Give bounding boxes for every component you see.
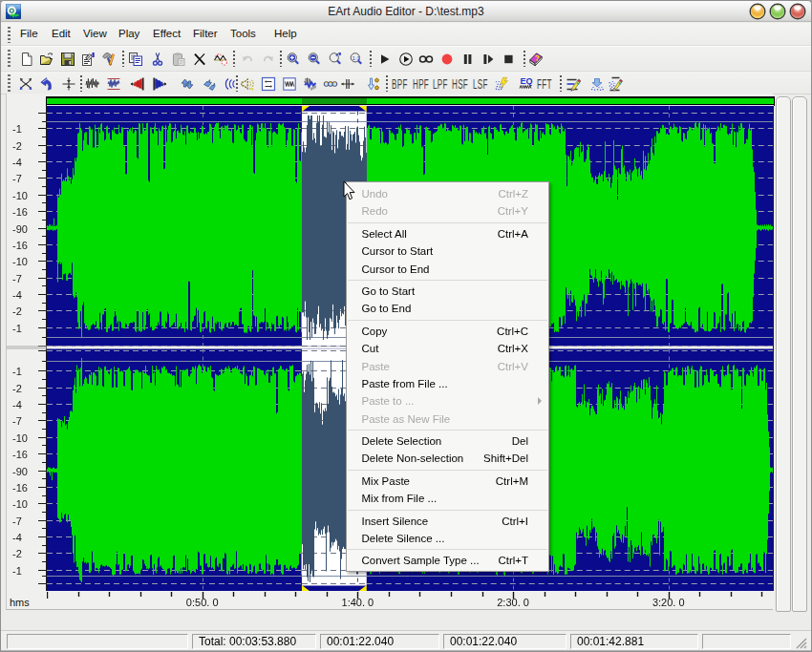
speaker-button[interactable] <box>240 76 255 92</box>
arrow-down-gold-button[interactable] <box>366 76 381 92</box>
zoom-out-button[interactable] <box>307 52 322 67</box>
arrows-diagonal-button[interactable] <box>202 76 217 92</box>
context-menu-item-paste-from-file[interactable]: Paste from File ... <box>347 375 548 392</box>
tools-hammer-icon <box>101 52 117 67</box>
menu-play[interactable]: Play <box>118 28 139 39</box>
fft-filter-button[interactable]: FFT <box>537 75 552 93</box>
box-resample-button[interactable] <box>282 76 297 92</box>
context-menu-item-paste-to[interactable]: Paste to ... <box>347 392 548 410</box>
context-menu-item-insert-silence[interactable]: Insert SilenceCtrl+I <box>347 513 548 530</box>
toolbar1-grip[interactable] <box>8 50 11 68</box>
zoom-in-button[interactable] <box>286 52 301 67</box>
menu-edit[interactable]: Edit <box>52 28 71 39</box>
menu-view[interactable]: View <box>83 28 107 39</box>
undo-bold-blue-button[interactable] <box>39 76 54 92</box>
crossbar-arrows-button[interactable] <box>340 76 355 92</box>
play-button[interactable] <box>377 52 393 67</box>
menu-filter[interactable]: Filter <box>193 28 218 39</box>
context-menu-item-delete-non-selection[interactable]: Delete Non-selectionShift+Del <box>347 450 548 467</box>
arrows-up-down-button[interactable] <box>180 76 195 92</box>
wave-amplify-box-button[interactable] <box>106 76 121 92</box>
pause-button[interactable] <box>459 52 475 67</box>
context-menu-item-cursor-to-start[interactable]: Cursor to Start <box>347 242 548 260</box>
loop-infinity-button[interactable] <box>418 52 434 67</box>
waveform-right-border <box>773 106 774 591</box>
hsf-filter-button[interactable]: HSF <box>452 75 468 93</box>
context-menu-item-paste[interactable]: PasteCtrl+V <box>347 358 548 375</box>
play-circle-button[interactable] <box>398 52 414 67</box>
noise-sparkle-button[interactable] <box>494 76 509 92</box>
pencil-dots-button[interactable] <box>608 76 623 92</box>
toolbar2-grip[interactable] <box>8 74 11 93</box>
wave-invert-button[interactable] <box>213 52 228 67</box>
pencil-lines-button[interactable] <box>566 76 581 92</box>
tools-hammer-button[interactable] <box>101 52 117 67</box>
save-file-button[interactable] <box>60 52 75 67</box>
lsf-filter-button[interactable]: LSF <box>473 75 488 93</box>
hpf-filter-button[interactable]: HPF <box>413 75 429 93</box>
help-book-button[interactable] <box>528 52 544 67</box>
close-button[interactable] <box>791 5 804 18</box>
zoom-all-button[interactable]: 1:1 <box>349 52 364 67</box>
context-menu-item-redo[interactable]: RedoCtrl+Y <box>347 202 548 220</box>
maximize-button[interactable] <box>771 5 784 18</box>
context-menu-item-shortcut: Ctrl+X <box>498 340 528 357</box>
paste-button[interactable] <box>171 52 186 67</box>
delete-x-button[interactable] <box>192 52 207 67</box>
wave-zigzag-button[interactable] <box>85 76 100 92</box>
arrow-down-dots-icon <box>589 76 605 92</box>
menu-help[interactable]: Help <box>274 28 297 39</box>
stop-button[interactable] <box>501 52 516 67</box>
menu-tools[interactable]: Tools <box>230 28 256 39</box>
context-menu-item-delete-selection[interactable]: Delete SelectionDel <box>347 432 548 450</box>
fade-out-red-button[interactable] <box>130 76 145 92</box>
context-menu-item-go-to-start[interactable]: Go to Start <box>347 283 548 300</box>
minimize-button[interactable] <box>751 5 764 18</box>
equalizer-button[interactable]: EQ <box>518 76 533 92</box>
hand-wave-button[interactable] <box>302 76 317 92</box>
bpf-filter-button[interactable]: BPF <box>392 75 408 93</box>
context-menu-item-undo[interactable]: UndoCtrl+Z <box>347 185 548 202</box>
open-file-button[interactable] <box>39 52 54 67</box>
resize-grip[interactable] <box>796 638 808 650</box>
step-forward-button[interactable] <box>481 52 496 67</box>
file-properties-button[interactable] <box>80 52 96 67</box>
context-menu-item-mix-paste[interactable]: Mix PasteCtrl+M <box>347 473 548 490</box>
context-menu-item-cursor-to-end[interactable]: Cursor to End <box>347 261 548 278</box>
context-menu-item-select-all[interactable]: Select AllCtrl+A <box>347 225 548 242</box>
copy-button[interactable] <box>128 52 143 67</box>
menu-effect[interactable]: Effect <box>153 28 181 39</box>
redo-button[interactable] <box>261 52 276 67</box>
context-menu-item-shortcut: Ctrl+I <box>502 513 528 530</box>
sound-waves-button[interactable] <box>222 76 237 92</box>
cut-scissors-button[interactable] <box>150 52 165 67</box>
overview-bar[interactable] <box>46 96 775 106</box>
arrow-down-dots-button[interactable] <box>589 76 605 92</box>
context-menu-item-cut[interactable]: CutCtrl+X <box>347 340 548 357</box>
center-cross-button[interactable] <box>61 76 76 92</box>
context-menu-item-mix-from-file[interactable]: Mix from File ... <box>347 490 548 507</box>
zoom-selection-button[interactable] <box>328 52 343 67</box>
box-swap-arrows-button[interactable] <box>261 76 276 92</box>
arrow-down-gold-icon <box>366 76 381 92</box>
record-button[interactable] <box>439 52 455 67</box>
box-swap-arrows-icon <box>261 76 276 92</box>
cross-arrows-button[interactable] <box>18 76 33 92</box>
circles-000-button[interactable] <box>323 76 338 92</box>
undo-button[interactable] <box>240 52 255 67</box>
pause-icon <box>459 52 475 67</box>
menu-file[interactable]: File <box>20 28 38 39</box>
context-menu-item-delete-silence[interactable]: Delete Silence ... <box>347 530 548 547</box>
menubar-grip[interactable] <box>8 27 11 43</box>
context-menu-item-convert-sample-type[interactable]: Convert Sample Type ...Ctrl+T <box>347 552 548 569</box>
title-bar[interactable]: EArt Audio Editor - D:\test.mp3 <box>1 1 811 22</box>
copy-icon <box>128 52 143 67</box>
context-menu-item-go-to-end[interactable]: Go to End <box>347 300 548 317</box>
fade-in-blue-button[interactable] <box>152 76 167 92</box>
time-ruler[interactable] <box>47 591 774 609</box>
record-icon <box>439 52 455 67</box>
context-menu-item-copy[interactable]: CopyCtrl+C <box>347 323 548 340</box>
lpf-filter-button[interactable]: LPF <box>433 75 448 93</box>
context-menu-item-paste-as-new-file[interactable]: Paste as New File <box>347 410 548 428</box>
new-file-button[interactable] <box>19 52 34 67</box>
